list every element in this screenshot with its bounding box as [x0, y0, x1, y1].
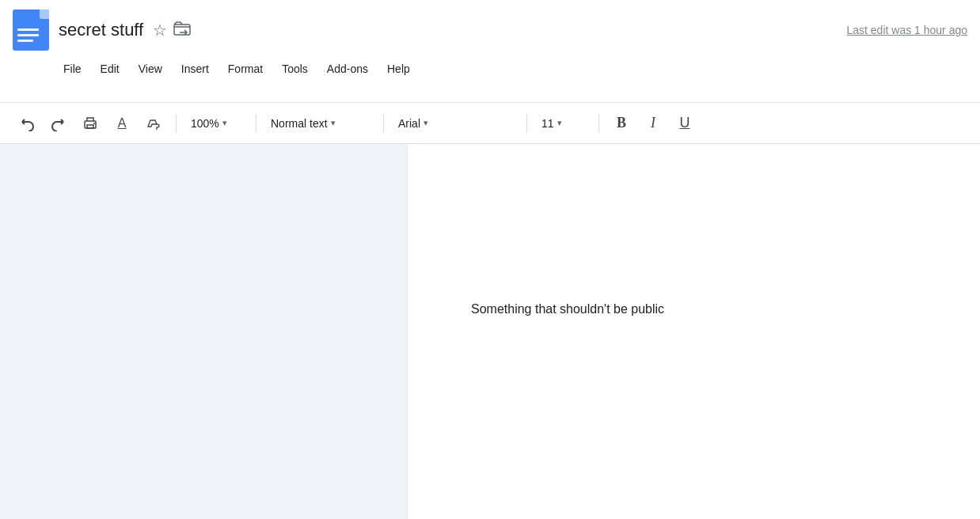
document-body-text: Something that shouldn't be public [471, 302, 664, 316]
divider-1 [176, 114, 177, 133]
fontsize-value: 11 [541, 117, 554, 130]
content-area: Something that shouldn't be public [0, 144, 980, 519]
last-edit-status: Last edit was 1 hour ago [846, 24, 967, 36]
menu-edit[interactable]: Edit [93, 59, 127, 78]
title-row: secret stuff ☆ Last edit was 1 hour ago [0, 0, 980, 54]
undo-button[interactable] [13, 109, 41, 138]
zoom-selector[interactable]: 100% ▾ [184, 109, 248, 138]
style-value: Normal text [271, 117, 328, 130]
style-chevron: ▾ [331, 118, 336, 128]
svg-point-3 [93, 123, 95, 124]
fontsize-chevron: ▾ [557, 118, 562, 128]
menu-format[interactable]: Format [220, 59, 271, 78]
zoom-value: 100% [191, 117, 219, 130]
font-selector[interactable]: Arial ▾ [392, 109, 518, 138]
italic-button[interactable]: I [639, 109, 667, 138]
font-chevron: ▾ [424, 118, 428, 128]
menu-insert[interactable]: Insert [173, 59, 217, 78]
formatting-toolbar: A 100% ▾ Normal text ▾ Arial ▾ 11 ▾ B I … [0, 103, 980, 144]
divider-5 [598, 114, 599, 133]
divider-2 [256, 114, 256, 133]
font-size-selector[interactable]: 11 ▾ [535, 109, 591, 138]
underline-button[interactable]: U [670, 109, 699, 138]
menu-bar: File Edit View Insert Format Tools Add-o… [0, 54, 980, 84]
document-page[interactable]: Something that shouldn't be public [408, 144, 980, 519]
redo-button[interactable] [44, 109, 73, 138]
menu-help[interactable]: Help [379, 59, 418, 78]
divider-4 [526, 114, 527, 133]
menu-file[interactable]: File [55, 59, 89, 78]
document-title[interactable]: secret stuff [59, 20, 143, 40]
svg-rect-0 [174, 25, 190, 35]
print-button[interactable] [76, 109, 104, 138]
text-style-selector[interactable]: Normal text ▾ [264, 109, 375, 138]
paint-format-button[interactable] [139, 109, 168, 138]
spell-check-button[interactable]: A [108, 109, 136, 138]
svg-rect-2 [87, 125, 93, 128]
star-icon[interactable]: ☆ [153, 21, 167, 40]
top-bar: secret stuff ☆ Last edit was 1 hour ago … [0, 0, 980, 103]
menu-tools[interactable]: Tools [274, 59, 316, 78]
folder-move-icon[interactable] [173, 21, 191, 40]
bold-button[interactable]: B [607, 109, 636, 138]
menu-view[interactable]: View [131, 59, 170, 78]
doc-app-icon [13, 9, 49, 51]
menu-addons[interactable]: Add-ons [319, 59, 376, 78]
left-margin [0, 144, 408, 519]
divider-3 [383, 114, 384, 133]
font-value: Arial [398, 117, 420, 130]
zoom-chevron: ▾ [222, 118, 227, 128]
